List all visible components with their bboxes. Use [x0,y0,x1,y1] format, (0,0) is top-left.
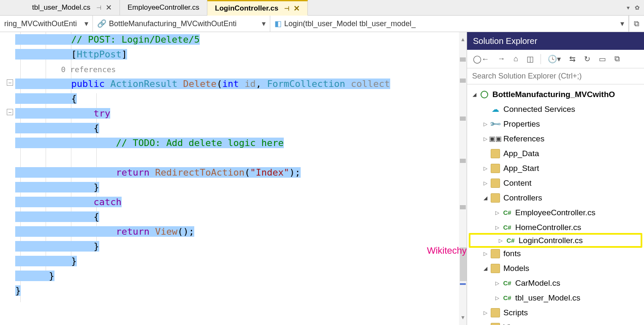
tab-login-controller[interactable]: LoginController.cs ⊣ ✕ [207,0,308,16]
dd-text: BottleManufacturing_MVCwithOutEnti [109,19,236,28]
fold-toggle[interactable]: – [7,109,13,115]
expand-toggle[interactable] [493,279,501,287]
type-dropdown[interactable]: 🔗 BottleManufacturing_MVCwithOutEnti ▾ [93,16,270,32]
tab-tbl-user-model[interactable]: tbl_user_Model.cs ⊣ ✕ [24,0,120,15]
close-icon[interactable]: ✕ [293,4,300,13]
tab-settings-icon[interactable]: ✿ [635,4,640,11]
folder-models[interactable]: Models [467,261,644,276]
watermark-text: Wikitechy [427,245,467,256]
connected-services-node[interactable]: ☁ Connected Services [467,102,644,116]
namespace-icon: 🔗 [97,19,106,28]
refresh-icon[interactable]: ↻ [582,53,593,65]
expand-toggle[interactable] [481,135,489,143]
expand-toggle[interactable] [481,194,489,202]
expand-toggle[interactable] [493,294,501,302]
expand-toggle[interactable] [470,91,478,98]
file-tbl-user-model[interactable]: C# tbl_user_Model.cs [467,290,644,305]
expand-toggle[interactable] [481,324,489,325]
history-icon[interactable]: 🕓▾ [545,53,563,65]
folder-content[interactable]: Content [467,176,644,190]
code-editor[interactable]: – – // POST: Login/Delete/5 [HttpPost] 0… [0,32,467,325]
file-home-controller[interactable]: C# HomeController.cs [467,220,644,235]
csharp-icon: C# [506,236,515,245]
file-login-controller[interactable]: C# LoginController.cs [469,233,642,248]
method-icon: ◧ [274,19,282,28]
node-label: App_Data [503,149,539,158]
caret-marker [460,283,466,285]
file-car-model[interactable]: C# CarModel.cs [467,276,644,290]
codelens-references[interactable]: 0 references [61,65,116,74]
folder-controllers[interactable]: Controllers [467,190,644,205]
properties-node[interactable]: 🔧 Properties [467,116,644,131]
member-dropdown[interactable]: ◧ Login(tbl_user_Model tbl_user_model_ ▾ [270,16,629,32]
scroll-down-icon[interactable]: ▼ [459,310,467,325]
dd-text: Login(tbl_user_Model tbl_user_model_ [284,19,416,28]
gutter [0,32,6,325]
solution-tree: BottleManufacturing_MVCwithO ☁ Connected… [467,84,644,325]
expand-toggle[interactable] [481,265,489,272]
node-label: BottleManufacturing_MVCwithO [492,90,615,99]
back-icon[interactable]: ◯← [470,53,492,65]
references-icon: ▣▣ [491,134,500,144]
node-label: HomeController.cs [515,223,581,232]
references-node[interactable]: ▣▣ References [467,131,644,146]
folder-appstart[interactable]: App_Start [467,161,644,176]
expand-toggle[interactable] [481,179,489,187]
folder-scripts[interactable]: Scripts [467,305,644,320]
outline-margin: – – [6,32,15,325]
file-employee-controller[interactable]: C# EmployeeController.cs [467,205,644,220]
node-label: tbl_user_Model.cs [515,293,580,303]
folder-icon [491,164,500,173]
sync-icon[interactable]: ⇆ [567,53,578,65]
scroll-up-icon[interactable]: ▲ [459,32,467,47]
split-view-button[interactable]: ⧉ [629,16,644,32]
pin-icon[interactable]: ⊣ [96,4,101,11]
code-marker [460,205,466,209]
csharp-icon: C# [503,279,512,288]
cloud-icon: ☁ [491,105,500,114]
show-all-icon[interactable]: ⧉ [612,53,622,65]
csharp-icon: C# [503,223,512,232]
node-label: LoginController.cs [519,236,583,245]
switch-view-icon[interactable]: ◫ [524,53,536,65]
search-input[interactable] [467,68,644,84]
node-label: CarModel.cs [515,279,560,288]
dd-text: ring_MVCwithOutEnti [4,19,77,28]
tab-label: LoginController.cs [215,4,278,13]
code-marker [460,79,466,83]
tab-label: tbl_user_Model.cs [32,3,90,12]
folder-views[interactable]: Views [467,320,644,325]
forward-icon[interactable]: → [495,53,508,65]
expand-toggle[interactable] [481,165,489,172]
home-icon[interactable]: ⌂ [511,53,521,65]
fold-toggle[interactable]: – [7,79,13,86]
expand-toggle[interactable] [481,309,489,317]
tab-label: EmployeeController.cs [128,3,199,12]
project-dropdown[interactable]: ring_MVCwithOutEnti ▾ [0,16,93,32]
vertical-scrollbar[interactable]: ▲ ▼ [459,32,467,325]
tab-employee-controller[interactable]: EmployeeController.cs [120,0,207,15]
code-marker [460,159,466,163]
se-search [467,68,644,84]
expand-toggle[interactable] [493,209,501,217]
node-label: Scripts [503,308,528,317]
folder-fonts[interactable]: fonts [467,246,644,261]
expand-toggle[interactable] [493,224,501,231]
project-node[interactable]: BottleManufacturing_MVCwithO [467,87,644,102]
panel-title: Solution Explorer [467,32,644,50]
tab-dropdown-icon[interactable]: ▾ [627,4,630,11]
node-label: App_Start [503,164,539,173]
close-icon[interactable]: ✕ [106,3,112,12]
code-comment: // POST: Login/Delete/5 [71,34,200,45]
folder-icon [491,264,500,273]
folder-icon [491,249,500,258]
pin-icon[interactable]: ⊣ [284,5,289,12]
node-label: EmployeeController.cs [515,208,595,217]
csharp-icon: C# [503,293,512,303]
expand-toggle[interactable] [481,250,489,257]
se-toolbar: ◯← → ⌂ ◫ 🕓▾ ⇆ ↻ ▭ ⧉ [467,50,644,68]
expand-toggle[interactable] [481,120,489,128]
collapse-icon[interactable]: ▭ [596,53,609,65]
folder-appdata[interactable]: App_Data [467,146,644,161]
expand-toggle[interactable] [497,237,504,244]
